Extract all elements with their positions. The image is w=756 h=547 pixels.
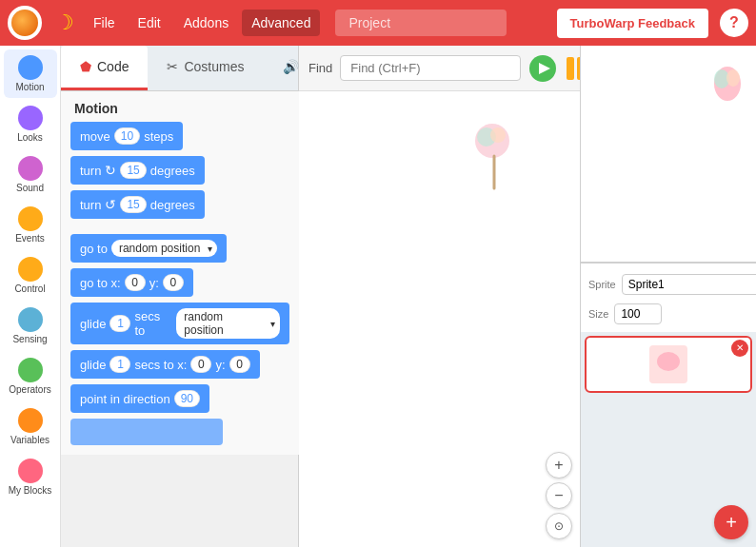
- sprite-lollipop: [466, 120, 523, 199]
- green-flag-icon[interactable]: [528, 54, 557, 83]
- zoom-in-button[interactable]: +: [546, 452, 572, 479]
- tab-code[interactable]: ⬟ Code: [61, 46, 148, 90]
- sidebar-label-operators: Operators: [9, 384, 50, 395]
- menu-bar: ☽ File Edit Addons Advanced TurboWarp Fe…: [0, 0, 756, 46]
- block-point-dir[interactable]: point in direction 90: [70, 384, 209, 413]
- project-name-input[interactable]: [335, 10, 507, 36]
- block-goto-xy[interactable]: go to x: 0 y: 0: [70, 268, 193, 297]
- block-turn-cw[interactable]: turn ↻ 15 degrees: [70, 156, 205, 185]
- block-glide-to[interactable]: glide 1 secs to random position: [70, 303, 289, 344]
- block-move-steps[interactable]: 10: [114, 127, 140, 145]
- logo-button[interactable]: [8, 6, 42, 40]
- size-field[interactable]: [614, 303, 662, 324]
- motion-dot: [18, 55, 43, 80]
- looks-dot: [18, 106, 43, 130]
- sidebar-label-sensing: Sensing: [12, 334, 47, 344]
- zoom-out-button[interactable]: −: [546, 482, 572, 509]
- sprite-thumbs: ✕: [581, 332, 756, 397]
- turbowarp-feedback-button[interactable]: TurboWarp Feedback: [557, 9, 708, 38]
- sidebar-item-control[interactable]: Control: [4, 251, 57, 300]
- sidebar-item-my-blocks[interactable]: My Blocks: [4, 453, 57, 501]
- block-glide-xy-text2: secs to x:: [134, 358, 187, 372]
- sidebar-label-looks: Looks: [17, 132, 43, 143]
- svg-point-8: [726, 69, 740, 87]
- stage-area: [581, 46, 756, 263]
- pause-bar-left: [567, 57, 574, 80]
- sprite-size-row: Size: [588, 303, 748, 324]
- sprite-name-row: Sprite 👁 ⊘: [588, 271, 748, 298]
- turn-cw-icon: ↻: [105, 163, 116, 178]
- block-glide-to-secs[interactable]: 1: [109, 315, 130, 332]
- sidebar-item-sound[interactable]: Sound: [4, 150, 57, 199]
- spacer1: [70, 225, 289, 228]
- block-move[interactable]: move 10 steps: [70, 122, 183, 150]
- block-glide-xy-x[interactable]: 0: [190, 356, 211, 373]
- tab-bar: ⬟ Code ✂ Costumes 🔊 Sounds: [61, 46, 298, 91]
- sidebar: Motion Looks Sound Events Control Sensin…: [0, 46, 61, 547]
- sidebar-label-variables: Variables: [10, 435, 50, 445]
- find-label: Find: [308, 61, 332, 75]
- block-goto-xy-text1: go to x:: [80, 276, 121, 290]
- main-layout: Motion Looks Sound Events Control Sensin…: [0, 46, 756, 547]
- zoom-controls: + − ⊙: [546, 452, 572, 539]
- block-glide-xy-secs[interactable]: 1: [109, 356, 130, 373]
- menu-advanced[interactable]: Advanced: [242, 10, 320, 36]
- sensing-dot: [18, 307, 43, 332]
- block-goto-y[interactable]: 0: [163, 274, 184, 291]
- sprite-name-field[interactable]: [622, 274, 756, 295]
- control-dot: [18, 257, 43, 282]
- block-point-dir-text: point in direction: [80, 392, 170, 406]
- block-turn-ccw[interactable]: turn ↺ 15 degrees: [70, 190, 205, 219]
- find-input[interactable]: [340, 55, 521, 81]
- scratch-logo: [11, 10, 38, 36]
- dark-mode-icon[interactable]: ☽: [55, 10, 74, 35]
- script-canvas[interactable]: + − ⊙: [299, 91, 580, 547]
- block-goto-x[interactable]: 0: [125, 274, 146, 291]
- tab-code-label: Code: [97, 59, 129, 74]
- sidebar-item-variables[interactable]: Variables: [4, 402, 57, 451]
- sidebar-item-sensing[interactable]: Sensing: [4, 302, 57, 350]
- sidebar-label-events: Events: [15, 233, 45, 244]
- sounds-icon: 🔊: [283, 59, 299, 74]
- sidebar-item-looks[interactable]: Looks: [4, 100, 57, 148]
- code-icon: ⬟: [80, 59, 91, 74]
- block-turn-ccw-degrees[interactable]: 15: [120, 196, 146, 213]
- block-turn-ccw-text1: turn: [80, 198, 101, 212]
- tab-costumes[interactable]: ✂ Costumes: [148, 46, 263, 90]
- block-glide-xy-y[interactable]: 0: [229, 356, 250, 373]
- block-goto[interactable]: go to random position: [70, 234, 227, 263]
- block-point-dir-angle[interactable]: 90: [174, 390, 200, 407]
- sidebar-item-motion[interactable]: Motion: [4, 49, 57, 98]
- menu-addons[interactable]: Addons: [174, 10, 238, 36]
- sprite-list-area: ✕ +: [581, 332, 756, 548]
- block-goto-xy-text2: y:: [149, 276, 159, 290]
- pause-button[interactable]: [567, 57, 580, 80]
- sidebar-label-motion: Motion: [15, 82, 44, 92]
- block-goto-dropdown[interactable]: random position: [111, 240, 217, 257]
- sprite-info: Sprite 👁 ⊘ Size: [581, 263, 756, 332]
- tab-costumes-label: Costumes: [184, 59, 244, 74]
- sprite-thumb-1[interactable]: ✕: [585, 336, 752, 393]
- events-dot: [18, 206, 43, 231]
- block-glide-to-dropdown[interactable]: random position: [176, 308, 280, 339]
- sprite-delete-button[interactable]: ✕: [731, 340, 748, 357]
- block-turn-ccw-text2: degrees: [150, 198, 195, 212]
- sidebar-label-sound: Sound: [16, 183, 44, 193]
- menu-file[interactable]: File: [84, 10, 125, 36]
- block-glide-xy-text3: y:: [215, 358, 225, 372]
- block-partial[interactable]: [70, 419, 223, 445]
- costumes-icon: ✂: [167, 59, 178, 74]
- block-turn-cw-degrees[interactable]: 15: [120, 162, 146, 179]
- sidebar-item-events[interactable]: Events: [4, 201, 57, 249]
- block-goto-text: go to: [80, 242, 108, 256]
- add-sprite-button[interactable]: +: [714, 505, 748, 539]
- block-glide-xy[interactable]: glide 1 secs to x: 0 y: 0: [70, 350, 260, 379]
- block-move-text1: move: [80, 129, 110, 144]
- sidebar-item-operators[interactable]: Operators: [4, 352, 57, 400]
- turn-ccw-icon: ↺: [105, 197, 116, 212]
- svg-point-4: [490, 127, 506, 143]
- zoom-reset-button[interactable]: ⊙: [546, 513, 572, 539]
- menu-edit[interactable]: Edit: [129, 10, 170, 36]
- help-button[interactable]: ?: [720, 9, 748, 37]
- sidebar-label-control: Control: [14, 283, 45, 294]
